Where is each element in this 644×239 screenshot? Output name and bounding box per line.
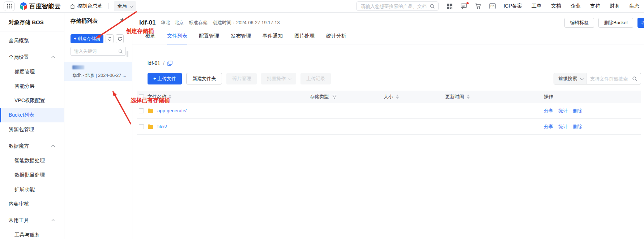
console-overview-link[interactable]: 控制台总览: [70, 3, 103, 9]
fragment-manage-button[interactable]: 碎片管理: [226, 73, 257, 84]
folder-link[interactable]: app-generate/: [157, 108, 187, 113]
sidebar-item-smart-data-processing[interactable]: 智能数据处理: [0, 153, 64, 168]
sort-icon[interactable]: [396, 95, 399, 99]
edit-tags-button[interactable]: 编辑标签: [564, 18, 594, 28]
nav-link-enterprise[interactable]: 企业: [571, 3, 581, 9]
bucket-tabs: 概览 文件列表 配置管理 发布管理 事件通知 图片处理 统计分析: [139, 33, 644, 44]
messages-icon[interactable]: [461, 3, 467, 9]
tab-config[interactable]: 配置管理: [199, 33, 219, 44]
panel-scrollbar[interactable]: [127, 51, 128, 57]
delete-bucket-button[interactable]: 删除Bucket: [598, 18, 633, 28]
tab-event-notify[interactable]: 事件通知: [263, 33, 283, 44]
chevron-up-icon: [51, 219, 55, 223]
clipped-blue-button[interactable]: 域: [637, 18, 644, 28]
col-storage-type: 存储类型: [310, 94, 329, 100]
baidu-cloud-logo[interactable]: 百度智能云: [20, 2, 61, 10]
upload-history-button[interactable]: 上传记录: [300, 73, 331, 84]
global-search-box[interactable]: [356, 1, 439, 11]
main-content: ldf-01 华北 - 北京 标准存储 创建时间：2024-06-27 19:1…: [132, 13, 644, 239]
nav-link-ecosystem[interactable]: 生态: [629, 3, 639, 9]
delete-link[interactable]: 删除: [573, 108, 582, 114]
sidebar-item-extensions[interactable]: 扩展功能: [0, 182, 64, 197]
console-overview-label: 控制台总览: [77, 3, 103, 9]
chevron-up-icon: [51, 145, 55, 148]
region-selector[interactable]: 全局: [114, 1, 136, 11]
table-row[interactable]: files/ - - - 分享 统计 删除: [137, 119, 641, 135]
tab-file-list[interactable]: 文件列表: [167, 33, 187, 44]
pin-icon[interactable]: [119, 18, 124, 24]
bucket-search-box[interactable]: [71, 47, 126, 56]
create-bucket-button[interactable]: + 创建存储桶: [71, 34, 103, 43]
bucket-list-item-selected[interactable]: 华北 - 北京 | 2024-06-27 ...: [64, 62, 132, 81]
sidebar: 对象存储 BOS 全局概览 全局设置 额度管理 智能分层 VPC权限配置 Buc…: [0, 13, 64, 239]
table-row[interactable]: app-generate/ - - - 分享 统计 删除: [137, 103, 641, 119]
folder-link[interactable]: files/: [157, 124, 167, 129]
nav-link-tickets[interactable]: 工单: [532, 3, 542, 9]
col-file-name[interactable]: 文件名称: [148, 94, 166, 100]
new-folder-button[interactable]: 新建文件夹: [186, 73, 222, 84]
sidebar-group-data-cube[interactable]: 数据魔方: [0, 139, 64, 153]
copy-icon[interactable]: [167, 61, 172, 66]
cell-size: -: [379, 108, 441, 113]
nav-link-docs[interactable]: 文档: [551, 3, 561, 9]
table-header: 文件名称 存储类型: [137, 91, 641, 103]
nav-link-support[interactable]: 支持: [590, 3, 600, 9]
sidebar-item-resource-packages[interactable]: 资源包管理: [0, 122, 64, 137]
breadcrumb-bucket[interactable]: ldf-01: [148, 60, 160, 66]
sort-icon[interactable]: [467, 95, 470, 99]
notification-badge: [466, 2, 469, 4]
sidebar-item-tools-services[interactable]: 工具与服务: [0, 228, 64, 239]
sidebar-item-batch-data-processing[interactable]: 数据批量处理: [0, 168, 64, 182]
sort-icon[interactable]: [169, 95, 171, 99]
sidebar-title: 对象存储 BOS: [0, 13, 64, 31]
batch-actions-button[interactable]: 批量操作: [261, 73, 296, 84]
bucket-name-redacted: [72, 65, 84, 69]
sidebar-item-smart-tiering[interactable]: 智能分层: [0, 79, 64, 94]
sort-updown-button[interactable]: [106, 34, 114, 43]
bucket-item-meta: 华北 - 北京 | 2024-06-27 ...: [72, 73, 132, 79]
upload-file-button[interactable]: + 上传文件: [148, 73, 182, 84]
row-checkbox[interactable]: [139, 124, 144, 129]
col-size[interactable]: 大小: [384, 94, 393, 100]
cart-icon[interactable]: [475, 3, 481, 9]
sidebar-item-quota[interactable]: 额度管理: [0, 65, 64, 79]
refresh-button[interactable]: [116, 34, 124, 43]
sidebar-item-content-review[interactable]: 内容审核: [0, 197, 64, 211]
bucket-search-input[interactable]: [74, 49, 118, 54]
global-search-input[interactable]: [361, 4, 430, 9]
bucket-region: 华北 - 北京: [161, 19, 184, 26]
language-toggle[interactable]: En: [489, 3, 496, 9]
file-search-input[interactable]: [587, 76, 632, 82]
nav-link-icp[interactable]: ICP备案: [504, 3, 522, 9]
bucket-header: ldf-01 华北 - 北京 标准存储 创建时间：2024-06-27 19:1…: [132, 13, 644, 44]
share-link[interactable]: 分享: [544, 108, 553, 114]
select-all-checkbox[interactable]: [139, 94, 144, 99]
col-updated[interactable]: 更新时间: [445, 94, 464, 100]
filter-icon[interactable]: [332, 95, 337, 99]
grid-icon: [7, 4, 12, 9]
sidebar-group-global-settings[interactable]: 全局设置: [0, 50, 64, 65]
delete-link[interactable]: 删除: [573, 123, 582, 130]
cell-updated: -: [441, 108, 539, 113]
tab-image-processing[interactable]: 图片处理: [294, 33, 315, 44]
tab-statistics[interactable]: 统计分析: [326, 33, 346, 44]
folder-icon: [148, 124, 154, 129]
logo-text: 百度智能云: [29, 2, 61, 10]
sidebar-item-bucket-list[interactable]: Bucket列表: [0, 108, 64, 122]
row-checkbox[interactable]: [139, 108, 144, 113]
search-icon[interactable]: [430, 4, 435, 9]
app-grid-button[interactable]: [4, 1, 15, 11]
sidebar-item-global-overview[interactable]: 全局概览: [0, 34, 64, 48]
sidebar-item-vpc-permission[interactable]: VPC权限配置: [0, 94, 64, 108]
stats-link[interactable]: 统计: [558, 123, 568, 130]
nav-link-finance[interactable]: 财务: [610, 3, 620, 9]
search-icon[interactable]: [632, 76, 641, 82]
share-link[interactable]: 分享: [544, 123, 553, 130]
tab-overview[interactable]: 概览: [145, 33, 155, 44]
stats-link[interactable]: 统计: [558, 108, 568, 114]
sidebar-group-common-tools[interactable]: 常用工具: [0, 213, 64, 228]
qr-code-icon[interactable]: [447, 3, 453, 9]
search-mode-dropdown[interactable]: 前缀搜索: [554, 73, 587, 84]
breadcrumb-separator: /: [163, 60, 165, 66]
tab-publish[interactable]: 发布管理: [231, 33, 251, 44]
